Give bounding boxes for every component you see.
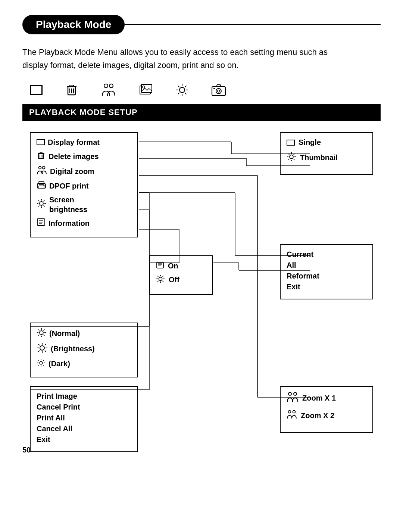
left-menu-box: Display format Delete images Digital zoo… bbox=[30, 132, 138, 237]
brightness-high: (Brightness) bbox=[37, 342, 131, 355]
info-icon-menu bbox=[37, 218, 46, 228]
svg-point-12 bbox=[179, 87, 185, 93]
svg-rect-83 bbox=[157, 262, 163, 268]
off-sun-icon bbox=[156, 274, 165, 285]
menu-item-display-format: Display format bbox=[37, 137, 131, 147]
svg-point-105 bbox=[40, 346, 44, 350]
svg-line-111 bbox=[45, 351, 46, 352]
svg-point-23 bbox=[218, 90, 220, 92]
single-rect-icon bbox=[287, 140, 295, 146]
svg-line-67 bbox=[44, 206, 45, 207]
svg-line-122 bbox=[38, 365, 39, 366]
sun-icon-menu bbox=[37, 199, 46, 211]
sun-dark-icon bbox=[37, 358, 46, 369]
svg-line-68 bbox=[44, 200, 45, 202]
bottom-left-box: Print Image Cancel Print Print All Cance… bbox=[30, 386, 138, 452]
svg-point-61 bbox=[40, 202, 43, 205]
on-off-box: On Off bbox=[149, 255, 213, 295]
print-image: Print Image bbox=[37, 392, 131, 401]
people-icon bbox=[37, 166, 47, 177]
header-row: Playback Mode bbox=[22, 15, 381, 34]
svg-point-56 bbox=[43, 167, 45, 169]
svg-line-18 bbox=[185, 93, 186, 94]
zoom-x2-icon bbox=[287, 410, 297, 421]
svg-point-126 bbox=[293, 411, 296, 413]
svg-line-101 bbox=[38, 330, 40, 331]
svg-line-69 bbox=[38, 206, 40, 207]
svg-line-79 bbox=[288, 154, 290, 155]
svg-rect-2 bbox=[70, 85, 74, 87]
display-format-icon bbox=[37, 139, 45, 145]
svg-line-17 bbox=[178, 86, 179, 87]
right-top-box: Single Thumbnail bbox=[280, 132, 373, 175]
svg-line-20 bbox=[178, 93, 179, 94]
menu-item-information: Information bbox=[37, 218, 131, 228]
svg-rect-9 bbox=[141, 84, 152, 93]
svg-point-7 bbox=[109, 84, 113, 88]
brightness-box: (Normal) (Brightness) (Dark) bbox=[30, 323, 138, 377]
option-on: On bbox=[156, 261, 206, 271]
menu-item-digital-zoom: Digital zoom bbox=[37, 166, 131, 177]
cancel-all: Cancel All bbox=[37, 424, 131, 433]
thumbnail-sun-icon bbox=[287, 152, 296, 164]
svg-line-119 bbox=[38, 360, 39, 361]
icon-row bbox=[22, 83, 381, 97]
svg-point-55 bbox=[39, 167, 41, 169]
dpof-print-icon bbox=[139, 83, 153, 97]
svg-point-87 bbox=[159, 277, 162, 281]
brightness-normal: (Normal) bbox=[37, 328, 131, 339]
header-line bbox=[125, 24, 381, 25]
svg-point-125 bbox=[288, 411, 291, 413]
svg-line-80 bbox=[294, 159, 295, 160]
svg-line-104 bbox=[38, 335, 40, 336]
svg-line-92 bbox=[157, 276, 159, 277]
camera-icon bbox=[211, 84, 226, 96]
bottom-right-box: Zoom X 1 Zoom X 2 bbox=[280, 386, 373, 433]
svg-line-93 bbox=[162, 281, 163, 282]
zoom-x2: Zoom X 2 bbox=[287, 410, 366, 421]
intro-text: The Playback Mode Menu allows you to eas… bbox=[22, 46, 347, 72]
zoom-x1: Zoom X 1 bbox=[287, 392, 366, 404]
svg-point-96 bbox=[40, 331, 43, 335]
svg-point-6 bbox=[104, 84, 108, 88]
svg-point-22 bbox=[216, 88, 221, 94]
option-all: All bbox=[287, 261, 366, 270]
svg-line-94 bbox=[162, 276, 163, 277]
page-title: Playback Mode bbox=[22, 15, 125, 34]
digital-zoom-icon bbox=[101, 83, 116, 97]
svg-line-112 bbox=[45, 344, 46, 346]
svg-line-121 bbox=[43, 360, 44, 361]
svg-point-123 bbox=[288, 392, 291, 395]
svg-line-66 bbox=[38, 200, 40, 202]
delete-images-icon bbox=[65, 83, 78, 97]
svg-point-124 bbox=[294, 392, 297, 395]
svg-point-74 bbox=[290, 155, 293, 159]
svg-line-82 bbox=[288, 159, 290, 160]
svg-line-120 bbox=[43, 365, 44, 366]
svg-line-113 bbox=[38, 351, 40, 352]
section-bar: PLAYBACK MODE SETUP bbox=[22, 104, 381, 121]
svg-line-102 bbox=[44, 335, 45, 336]
option-single: Single bbox=[287, 138, 366, 147]
sun-bright-icon bbox=[37, 342, 48, 355]
print-all: Print All bbox=[37, 414, 131, 422]
option-reformat: Reformat bbox=[287, 272, 366, 280]
option-thumbnail: Thumbnail bbox=[287, 152, 366, 164]
svg-line-95 bbox=[157, 281, 159, 282]
svg-rect-24 bbox=[213, 88, 215, 89]
svg-line-81 bbox=[294, 154, 295, 155]
on-info-icon bbox=[156, 261, 164, 271]
svg-point-114 bbox=[40, 361, 43, 364]
menu-item-dpof-print: DPOF print bbox=[37, 181, 131, 191]
diagram-area: Display format Delete images Digital zoo… bbox=[22, 128, 381, 435]
zoom-x1-icon bbox=[287, 392, 299, 404]
svg-rect-51 bbox=[40, 152, 42, 153]
svg-point-60 bbox=[44, 185, 45, 186]
option-off: Off bbox=[156, 274, 206, 285]
exit-bottom: Exit bbox=[37, 435, 131, 444]
option-current: Current bbox=[287, 250, 366, 259]
screen-brightness-icon bbox=[175, 83, 189, 97]
trash-icon bbox=[37, 151, 46, 162]
display-format-icon bbox=[30, 85, 43, 95]
svg-line-19 bbox=[185, 86, 186, 87]
